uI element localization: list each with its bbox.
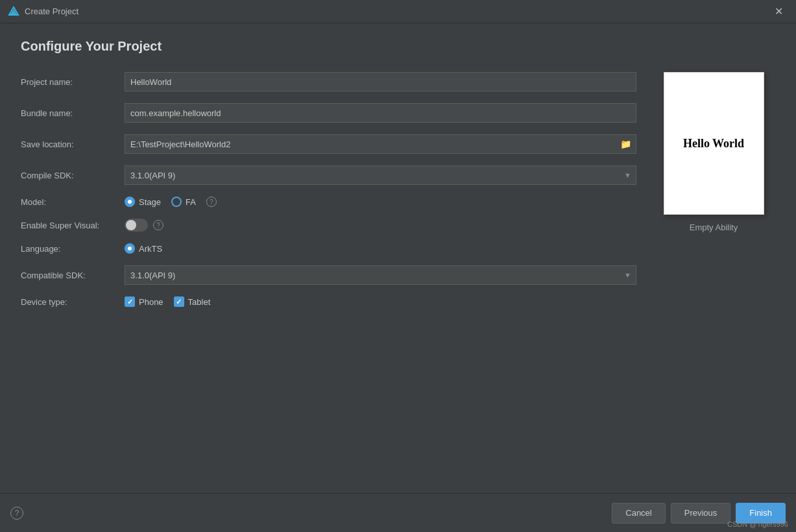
super-visual-toggle[interactable]: [125, 219, 148, 232]
bundle-name-label: Bundle name:: [21, 108, 125, 118]
compatible-sdk-label: Compatible SDK:: [21, 271, 125, 280]
previous-button[interactable]: Previous: [671, 503, 731, 524]
bundle-name-row: Bundle name:: [21, 103, 636, 123]
page-title: Configure Your Project: [21, 39, 775, 54]
preview-label: Empty Ability: [690, 223, 738, 232]
model-help-icon[interactable]: ?: [206, 197, 217, 207]
app-icon: [8, 6, 19, 18]
super-visual-row: Enable Super Visual: ?: [21, 219, 636, 232]
title-bar: Create Project ✕: [0, 0, 796, 23]
model-stage-option[interactable]: Stage: [125, 197, 161, 207]
window-title: Create Project: [25, 6, 769, 16]
preview-frame: Hello World: [664, 72, 764, 215]
bundle-name-input[interactable]: [125, 103, 636, 123]
language-label: Language:: [21, 244, 125, 254]
device-type-row: Device type: Phone Tablet: [21, 296, 636, 307]
super-visual-toggle-container: ?: [125, 219, 163, 232]
form-area: Project name: Bundle name: Save location…: [21, 72, 636, 483]
model-fa-option[interactable]: FA: [171, 197, 196, 207]
cancel-button[interactable]: Cancel: [612, 503, 665, 524]
project-name-row: Project name:: [21, 72, 636, 91]
model-radio-group: Stage FA ?: [125, 197, 217, 207]
model-stage-label: Stage: [139, 197, 161, 207]
save-location-input-wrapper: 📁: [125, 134, 636, 154]
language-row: Language: ArkTS: [21, 243, 636, 254]
device-tablet-checkbox[interactable]: [174, 296, 184, 307]
model-label: Model:: [21, 197, 125, 207]
language-arkts-label: ArkTS: [139, 244, 162, 254]
language-arkts-radio[interactable]: [125, 243, 135, 254]
device-tablet-option[interactable]: Tablet: [174, 296, 211, 307]
device-phone-checkbox[interactable]: [125, 296, 135, 307]
language-arkts-option[interactable]: ArkTS: [125, 243, 162, 254]
device-phone-label: Phone: [139, 297, 163, 307]
device-type-group: Phone Tablet: [125, 296, 210, 307]
compile-sdk-select[interactable]: 3.1.0(API 9): [125, 165, 636, 185]
compatible-sdk-wrapper: 3.1.0(API 9) ▼: [125, 265, 636, 285]
model-stage-radio[interactable]: [125, 197, 135, 207]
device-type-label: Device type:: [21, 297, 125, 307]
project-name-label: Project name:: [21, 77, 125, 87]
footer-left: ?: [10, 507, 23, 520]
window: Create Project ✕ Configure Your Project …: [0, 0, 796, 532]
footer: ? Cancel Previous Finish: [0, 493, 796, 532]
model-fa-label: FA: [186, 197, 196, 207]
footer-help-icon[interactable]: ?: [10, 507, 23, 520]
project-name-input[interactable]: [125, 72, 636, 91]
close-button[interactable]: ✕: [769, 3, 788, 20]
compatible-sdk-select[interactable]: 3.1.0(API 9): [125, 265, 636, 285]
main-area: Project name: Bundle name: Save location…: [21, 72, 775, 483]
compatible-sdk-row: Compatible SDK: 3.1.0(API 9) ▼: [21, 265, 636, 285]
language-radio-group: ArkTS: [125, 243, 162, 254]
dialog-content: Configure Your Project Project name: Bun…: [0, 23, 796, 483]
save-location-row: Save location: 📁: [21, 134, 636, 154]
compile-sdk-label: Compile SDK:: [21, 171, 125, 180]
model-row: Model: Stage FA ?: [21, 197, 636, 207]
device-tablet-label: Tablet: [188, 297, 211, 307]
device-phone-option[interactable]: Phone: [125, 296, 163, 307]
save-location-label: Save location:: [21, 139, 125, 149]
super-visual-help-icon[interactable]: ?: [153, 220, 163, 230]
super-visual-label: Enable Super Visual:: [21, 221, 125, 230]
model-fa-radio[interactable]: [171, 197, 182, 207]
preview-hello-world: Hello World: [683, 137, 744, 151]
compile-sdk-row: Compile SDK: 3.1.0(API 9) ▼: [21, 165, 636, 185]
watermark: CSDN @Tigers996: [727, 520, 788, 528]
compile-sdk-wrapper: 3.1.0(API 9) ▼: [125, 165, 636, 185]
folder-icon[interactable]: 📁: [620, 139, 631, 149]
save-location-input[interactable]: [125, 134, 636, 154]
preview-area: Hello World Empty Ability: [652, 72, 775, 483]
